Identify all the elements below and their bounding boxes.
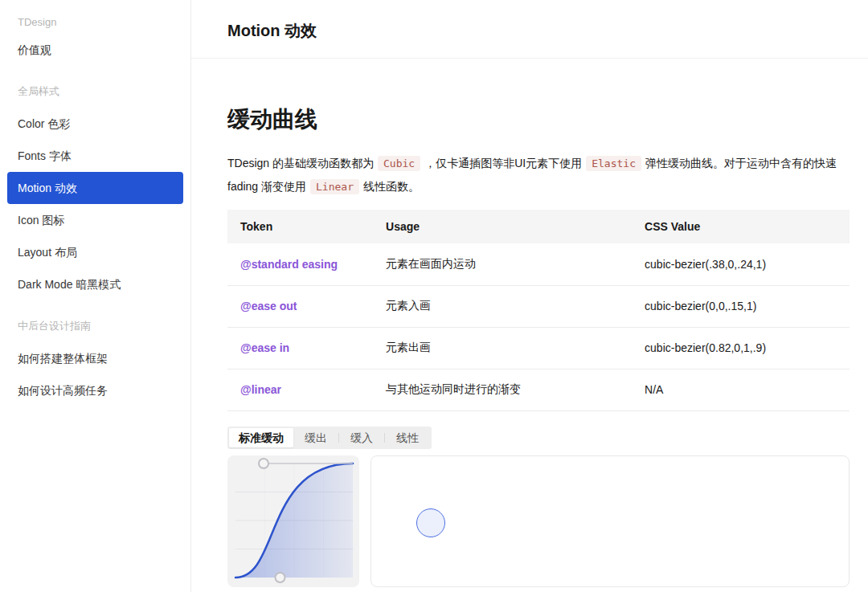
sidebar-item-values[interactable]: 价值观 bbox=[7, 34, 183, 66]
usage-cell: 元素在画面内运动 bbox=[373, 243, 632, 285]
table-row: @ease in 元素出画 cubic-bezier(0.82,0,1,.9) bbox=[227, 327, 850, 369]
intro-text-2: ，仅卡通插图等非UI元素下使用 bbox=[424, 157, 582, 169]
easing-token-table: Token Usage CSS Value @standard easing 元… bbox=[227, 210, 850, 411]
easing-tabs: 标准缓动 缓出 缓入 线性 bbox=[227, 427, 432, 449]
sidebar-item-icon[interactable]: Icon 图标 bbox=[7, 204, 183, 236]
sidebar-item-motion[interactable]: Motion 动效 bbox=[7, 172, 183, 204]
token-ease-in: @ease in bbox=[227, 327, 373, 369]
code-chip-linear: Linear bbox=[310, 179, 359, 194]
sidebar-item-fonts[interactable]: Fonts 字体 bbox=[7, 140, 183, 172]
token-standard-easing: @standard easing bbox=[227, 243, 373, 285]
section-title: 缓动曲线 bbox=[227, 108, 850, 131]
sidebar-section-guide: 中后台设计指南 bbox=[7, 310, 183, 342]
usage-cell: 元素出画 bbox=[373, 327, 632, 369]
column-header-css-value: CSS Value bbox=[632, 210, 850, 243]
css-value-cell: cubic-bezier(0.82,0,1,.9) bbox=[632, 327, 850, 369]
tab-standard-easing[interactable]: 标准缓动 bbox=[229, 428, 293, 447]
table-header-row: Token Usage CSS Value bbox=[227, 210, 850, 243]
intro-paragraph: TDesign 的基础缓动函数都为Cubic，仅卡通插图等非UI元素下使用Ela… bbox=[227, 152, 850, 198]
css-value-cell: N/A bbox=[632, 369, 850, 410]
css-value-cell: cubic-bezier(0,0,.15,1) bbox=[632, 285, 850, 327]
sidebar-nav: 价值观 全局样式 Color 色彩 Fonts 字体 Motion 动效 Ico… bbox=[0, 34, 190, 406]
bezier-curve-editor bbox=[227, 455, 359, 587]
bezier-curve-svg bbox=[227, 455, 359, 587]
article: 缓动曲线 TDesign 的基础缓动函数都为Cubic，仅卡通插图等非UI元素下… bbox=[191, 108, 868, 592]
animation-stage bbox=[371, 455, 850, 587]
animated-ball bbox=[416, 508, 445, 537]
tab-ease-out[interactable]: 缓出 bbox=[293, 428, 338, 447]
table-row: @standard easing 元素在画面内运动 cubic-bezier(.… bbox=[227, 243, 850, 285]
usage-cell: 元素入画 bbox=[373, 285, 632, 327]
main-content: Motion 动效 缓动曲线 TDesign 的基础缓动函数都为Cubic，仅卡… bbox=[191, 0, 868, 592]
column-header-token: Token bbox=[227, 210, 373, 243]
control-handle-end[interactable] bbox=[259, 459, 268, 468]
code-chip-elastic: Elastic bbox=[586, 156, 641, 171]
css-value-cell: cubic-bezier(.38,0,.24,1) bbox=[632, 243, 850, 285]
intro-text-1: TDesign 的基础缓动函数都为 bbox=[227, 157, 374, 169]
tab-ease-in[interactable]: 缓入 bbox=[339, 428, 384, 447]
code-chip-cubic: Cubic bbox=[378, 156, 420, 171]
column-header-usage: Usage bbox=[373, 210, 632, 243]
sidebar-item-darkmode[interactable]: Dark Mode 暗黑模式 bbox=[7, 268, 183, 300]
tdesign-logo[interactable]: TDesign bbox=[0, 13, 190, 32]
token-linear: @linear bbox=[227, 369, 373, 410]
sidebar-section-global-styles: 全局样式 bbox=[7, 76, 183, 108]
sidebar-item-color[interactable]: Color 色彩 bbox=[7, 108, 183, 140]
sidebar-item-tasks[interactable]: 如何设计高频任务 bbox=[7, 374, 183, 406]
table-row: @linear 与其他运动同时进行的渐变 N/A bbox=[227, 369, 850, 410]
sidebar: TDesign 价值观 全局样式 Color 色彩 Fonts 字体 Motio… bbox=[0, 0, 191, 592]
usage-cell: 与其他运动同时进行的渐变 bbox=[373, 369, 632, 410]
token-ease-out: @ease out bbox=[227, 285, 373, 327]
sidebar-item-layout[interactable]: Layout 布局 bbox=[7, 236, 183, 268]
page-header: Motion 动效 bbox=[191, 0, 868, 59]
tab-linear[interactable]: 线性 bbox=[385, 428, 430, 447]
sidebar-item-framework[interactable]: 如何搭建整体框架 bbox=[7, 342, 183, 374]
intro-text-4: 线性函数。 bbox=[363, 180, 420, 193]
page-title: Motion 动效 bbox=[191, 0, 868, 40]
motion-demo bbox=[227, 455, 850, 587]
table-row: @ease out 元素入画 cubic-bezier(0,0,.15,1) bbox=[227, 285, 850, 327]
control-handle-start[interactable] bbox=[276, 573, 285, 582]
